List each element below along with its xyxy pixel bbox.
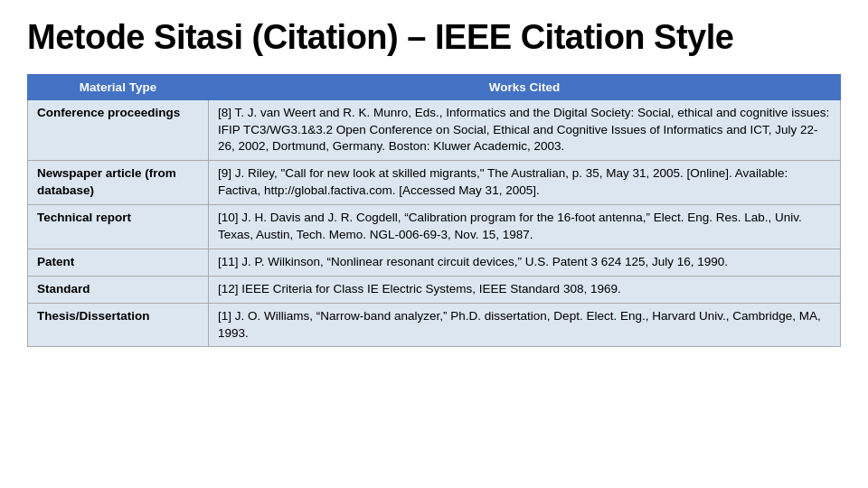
works-cited-cell: [8] T. J. van Weert and R. K. Munro, Eds…	[209, 99, 841, 161]
table-row: Newspaper article (from database)[9] J. …	[28, 161, 841, 205]
table-row: Technical report[10] J. H. Davis and J. …	[28, 205, 841, 249]
col-header-material-type: Material Type	[28, 74, 209, 99]
table-row: Patent[11] J. P. Wilkinson, “Nonlinear r…	[28, 249, 841, 276]
col-header-works-cited: Works Cited	[209, 74, 841, 99]
works-cited-cell: [12] IEEE Criteria for Class IE Electric…	[209, 276, 841, 303]
works-cited-cell: [11] J. P. Wilkinson, “Nonlinear resonan…	[209, 249, 841, 276]
table-row: Conference proceedings[8] T. J. van Weer…	[28, 99, 841, 161]
works-cited-cell: [10] J. H. Davis and J. R. Cogdell, “Cal…	[209, 205, 841, 249]
material-type-cell: Conference proceedings	[28, 99, 209, 161]
material-type-cell: Technical report	[28, 205, 209, 249]
page-title: Metode Sitasi (Citation) – IEEE Citation…	[27, 18, 841, 58]
material-type-cell: Patent	[28, 249, 209, 276]
works-cited-cell: [9] J. Riley, "Call for new look at skil…	[209, 161, 841, 205]
material-type-cell: Newspaper article (from database)	[28, 161, 209, 205]
citation-table: Material Type Works Cited Conference pro…	[27, 74, 841, 348]
material-type-cell: Thesis/Dissertation	[28, 303, 209, 347]
table-row: Standard[12] IEEE Criteria for Class IE …	[28, 276, 841, 303]
material-type-cell: Standard	[28, 276, 209, 303]
table-row: Thesis/Dissertation[1] J. O. Williams, “…	[28, 303, 841, 347]
works-cited-cell: [1] J. O. Williams, “Narrow-band analyze…	[209, 303, 841, 347]
